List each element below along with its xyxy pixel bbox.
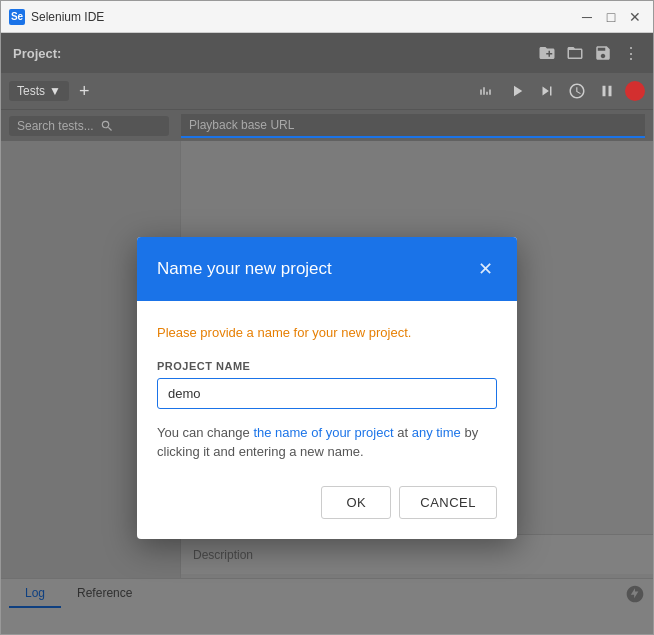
open-folder-icon[interactable] — [565, 43, 585, 63]
add-test-button[interactable]: + — [75, 81, 94, 102]
save-icon[interactable] — [593, 43, 613, 63]
play-all-icon[interactable] — [475, 79, 499, 103]
dialog: Name your new project ✕ Please provide a… — [137, 237, 517, 539]
project-name-input[interactable] — [157, 378, 497, 409]
project-label: Project: — [13, 46, 61, 61]
dialog-description: Please provide a name for your new proje… — [157, 325, 497, 340]
close-button[interactable]: ✕ — [625, 7, 645, 27]
search-icon — [100, 119, 114, 133]
cancel-button[interactable]: CANCEL — [399, 486, 497, 519]
search-placeholder: Search tests... — [17, 119, 94, 133]
hint-link-name: the name of your project — [253, 425, 393, 440]
dialog-actions: OK CANCEL — [157, 482, 497, 519]
header-actions: ⋮ — [537, 43, 641, 63]
timer-icon[interactable] — [565, 79, 589, 103]
more-vert-icon[interactable]: ⋮ — [621, 43, 641, 63]
new-folder-icon[interactable] — [537, 43, 557, 63]
dialog-hint: You can change the name of your project … — [157, 423, 497, 462]
toolbar: Tests ▼ + — [1, 73, 653, 109]
tests-dropdown[interactable]: Tests ▼ — [9, 81, 69, 101]
hint-link-anytime: any time — [412, 425, 461, 440]
pause-icon[interactable] — [595, 79, 619, 103]
app-header: Project: ⋮ — [1, 33, 653, 73]
dialog-body: Please provide a name for your new proje… — [137, 301, 517, 539]
window-controls: ─ □ ✕ — [577, 7, 645, 27]
search-wrapper: Search tests... — [9, 116, 169, 136]
window-title: Selenium IDE — [31, 10, 577, 24]
play-icon[interactable] — [505, 79, 529, 103]
ok-button[interactable]: OK — [321, 486, 391, 519]
app-icon: Se — [9, 9, 25, 25]
playback-url[interactable]: Playback base URL — [181, 114, 645, 138]
field-label: PROJECT NAME — [157, 360, 497, 372]
minimize-button[interactable]: ─ — [577, 7, 597, 27]
maximize-button[interactable]: □ — [601, 7, 621, 27]
dialog-header: Name your new project ✕ — [137, 237, 517, 301]
dialog-close-button[interactable]: ✕ — [473, 257, 497, 281]
main-content: Description Log Reference Name your new … — [1, 141, 653, 634]
dialog-title: Name your new project — [157, 259, 332, 279]
search-bar: Search tests... Playback base URL — [1, 109, 653, 141]
step-icon[interactable] — [535, 79, 559, 103]
title-bar: Se Selenium IDE ─ □ ✕ — [1, 1, 653, 33]
app-window: Se Selenium IDE ─ □ ✕ Project: ⋮ Tests — [0, 0, 654, 635]
modal-overlay: Name your new project ✕ Please provide a… — [1, 141, 653, 634]
record-icon[interactable] — [625, 81, 645, 101]
